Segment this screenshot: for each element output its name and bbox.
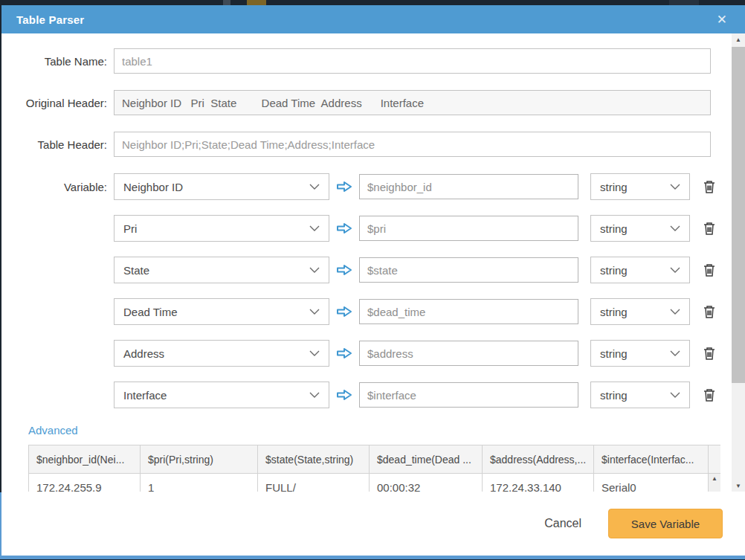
map-arrow-icon — [329, 181, 359, 193]
type-select-value: string — [600, 389, 628, 402]
delete-variable-button[interactable] — [700, 344, 718, 363]
trash-icon — [703, 180, 715, 194]
advanced-table-wrapper: $neighbor_id(Nei... $pri(Pri,string) $st… — [28, 445, 720, 492]
save-variable-button[interactable]: Save Variable — [608, 509, 723, 538]
table-name-row: Table Name: — [12, 48, 745, 74]
variable-name-input[interactable] — [359, 174, 578, 199]
type-select-value: string — [600, 306, 628, 318]
delete-variable-button[interactable] — [700, 219, 718, 238]
table-header-input[interactable] — [114, 132, 711, 157]
variable-name-input[interactable] — [359, 216, 578, 241]
scroll-up-icon[interactable]: ▲ — [709, 474, 720, 484]
chevron-down-icon — [670, 392, 680, 398]
variable-row: Interface string — [12, 382, 745, 408]
dialog-footer: Cancel Save Variable — [1, 492, 745, 556]
map-arrow-icon — [329, 222, 359, 234]
type-select[interactable]: string — [590, 340, 690, 367]
type-select[interactable]: string — [590, 257, 690, 283]
table-header-label: Table Header: — [12, 138, 114, 151]
delete-variable-button[interactable] — [700, 302, 718, 321]
type-select[interactable]: string — [590, 382, 690, 408]
table-cell: 00:00:32 — [370, 474, 483, 492]
type-select-value: string — [600, 222, 628, 235]
scrollbar-thumb[interactable] — [732, 47, 745, 383]
variable-row: Pri string — [12, 215, 745, 242]
delete-variable-button[interactable] — [700, 385, 718, 405]
map-arrow-icon — [329, 347, 359, 359]
column-select-value: Address — [123, 347, 164, 360]
scroll-down-icon[interactable]: ▼ — [732, 480, 745, 492]
delete-variable-button[interactable] — [700, 260, 718, 280]
scroll-up-icon[interactable]: ▲ — [732, 33, 745, 45]
type-select-value: string — [600, 347, 628, 360]
column-select-value: Pri — [123, 222, 137, 235]
trash-icon — [703, 388, 715, 402]
delete-variable-button[interactable] — [700, 177, 718, 196]
table-parser-dialog: Table Parser ✕ Table Name: Original Head… — [1, 5, 745, 556]
column-select-value: Neighbor ID — [123, 181, 183, 193]
table-scroll-spacer — [709, 445, 721, 474]
column-select[interactable]: Neighbor ID — [114, 173, 329, 200]
variable-row: Variable: Neighbor ID string — [12, 173, 745, 200]
type-select[interactable]: string — [590, 173, 690, 200]
chevron-down-icon — [670, 350, 680, 356]
type-select-value: string — [600, 264, 628, 277]
variable-row: State string — [12, 257, 745, 283]
screen: Table Parser ✕ Table Name: Original Head… — [0, 0, 745, 560]
table-header-row: Table Header: — [12, 132, 745, 157]
advanced-preview-table: $neighbor_id(Nei... $pri(Pri,string) $st… — [28, 445, 720, 492]
table-cell: FULL/ — [258, 474, 370, 492]
type-select[interactable]: string — [590, 298, 690, 325]
table-name-input[interactable] — [114, 48, 711, 74]
table-cell: 172.24.33.140 — [483, 474, 594, 492]
original-header-input — [114, 90, 711, 115]
variable-row: Dead Time string — [12, 298, 745, 325]
cancel-button[interactable]: Cancel — [540, 516, 586, 531]
map-arrow-icon — [329, 389, 359, 401]
dialog-header: Table Parser ✕ — [1, 5, 745, 33]
column-header: $neighbor_id(Nei... — [29, 445, 141, 474]
column-select-value: Dead Time — [123, 306, 178, 318]
table-cell: 172.24.255.9 — [29, 474, 141, 492]
advanced-link[interactable]: Advanced — [28, 424, 78, 437]
background-page-fragment — [247, 0, 266, 5]
column-header: $interface(Interfac... — [594, 445, 709, 474]
table-scrollbar[interactable]: ▲ — [709, 474, 721, 492]
table-row[interactable]: 172.24.255.9 1 FULL/ 00:00:32 172.24.33.… — [29, 474, 721, 492]
table-name-label: Table Name: — [12, 55, 114, 68]
trash-icon — [703, 305, 715, 319]
trash-icon — [703, 222, 715, 236]
column-header: $dead_time(Dead ... — [370, 445, 483, 474]
background-page-fragment — [223, 0, 230, 5]
table-header-row: $neighbor_id(Nei... $pri(Pri,string) $st… — [29, 445, 721, 474]
column-select[interactable]: Interface — [114, 382, 329, 408]
column-select[interactable]: Address — [114, 340, 329, 367]
original-header-row: Original Header: — [12, 90, 745, 115]
close-icon[interactable]: ✕ — [714, 12, 730, 28]
chevron-down-icon — [309, 184, 320, 190]
variable-name-input[interactable] — [359, 341, 578, 366]
column-select[interactable]: Pri — [114, 215, 329, 242]
trash-icon — [703, 347, 715, 361]
chevron-down-icon — [309, 267, 320, 273]
page-edge — [0, 556, 745, 559]
chevron-down-icon — [670, 184, 680, 190]
background-page-fragment — [669, 0, 699, 5]
column-select[interactable]: State — [114, 257, 329, 283]
map-arrow-icon — [329, 306, 359, 318]
column-select[interactable]: Dead Time — [114, 298, 329, 325]
chevron-down-icon — [309, 225, 320, 231]
original-header-label: Original Header: — [12, 97, 114, 109]
chevron-down-icon — [309, 309, 320, 315]
column-select-value: State — [123, 264, 149, 277]
dialog-body: Table Name: Original Header: Table Heade… — [1, 33, 745, 492]
dialog-scrollbar[interactable]: ▲ ▼ — [732, 33, 745, 492]
variable-name-input[interactable] — [359, 382, 578, 408]
type-select-value: string — [600, 181, 628, 193]
variable-name-input[interactable] — [359, 299, 578, 324]
column-select-value: Interface — [123, 389, 167, 402]
variable-name-input[interactable] — [359, 257, 578, 283]
variable-row: Address string — [12, 340, 745, 367]
column-header: $address(Address,... — [483, 445, 594, 474]
type-select[interactable]: string — [590, 215, 690, 242]
